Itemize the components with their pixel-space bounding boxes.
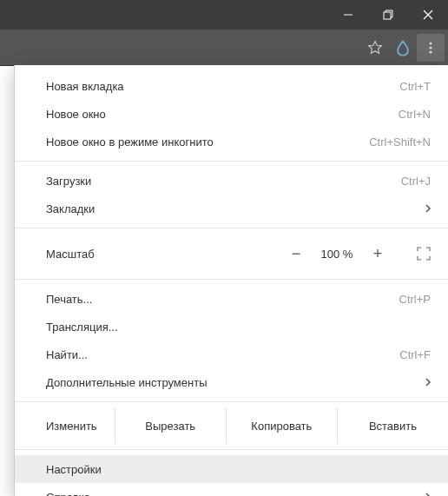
menu-item-more-tools[interactable]: Дополнительные инструменты bbox=[15, 368, 448, 396]
menu-shortcut: Ctrl+T bbox=[399, 80, 431, 93]
browser-toolbar bbox=[0, 30, 448, 66]
menu-label: Новое окно bbox=[46, 108, 106, 121]
edit-paste-button[interactable]: Вставить bbox=[337, 407, 448, 444]
menu-separator bbox=[15, 279, 448, 280]
menu-label: Новая вкладка bbox=[46, 80, 124, 93]
menu-item-help[interactable]: Справка bbox=[15, 483, 448, 496]
menu-label: Дополнительные инструменты bbox=[46, 376, 208, 389]
menu-label: Загрузки bbox=[46, 175, 91, 188]
maximize-icon bbox=[383, 10, 394, 21]
menu-label: Закладки bbox=[46, 202, 95, 215]
edit-copy-button[interactable]: Копировать bbox=[226, 407, 337, 444]
menu-label: Настройки bbox=[46, 463, 102, 476]
menu-label: Печать... bbox=[46, 293, 92, 306]
menu-label: Найти... bbox=[46, 348, 88, 361]
menu-item-downloads[interactable]: Загрузки Ctrl+J bbox=[15, 167, 448, 195]
submenu-arrow-icon bbox=[425, 493, 431, 496]
menu-separator bbox=[15, 228, 448, 228]
svg-point-4 bbox=[430, 42, 432, 44]
menu-label: Трансляция... bbox=[46, 321, 118, 334]
svg-point-5 bbox=[430, 46, 432, 49]
zoom-out-button[interactable]: − bbox=[280, 245, 313, 263]
svg-point-6 bbox=[430, 50, 432, 53]
close-icon bbox=[423, 10, 433, 20]
fullscreen-button[interactable] bbox=[413, 246, 434, 261]
menu-item-incognito[interactable]: Новое окно в режиме инкогнито Ctrl+Shift… bbox=[15, 128, 448, 155]
menu-item-find[interactable]: Найти... Ctrl+F bbox=[15, 341, 448, 368]
star-icon bbox=[367, 40, 383, 56]
menu-separator bbox=[15, 161, 448, 162]
more-menu-button[interactable] bbox=[417, 34, 445, 62]
menu-shortcut: Ctrl+J bbox=[401, 175, 431, 188]
menu-label: Масштаб bbox=[46, 248, 280, 261]
menu-shortcut: Ctrl+P bbox=[399, 293, 431, 306]
window-close-button[interactable] bbox=[408, 0, 448, 30]
svg-rect-1 bbox=[384, 12, 391, 19]
submenu-arrow-icon bbox=[425, 204, 431, 213]
menu-item-new-window[interactable]: Новое окно Ctrl+N bbox=[15, 100, 448, 128]
zoom-value: 100 % bbox=[313, 248, 361, 261]
edit-cut-button[interactable]: Вырезать bbox=[115, 407, 226, 444]
menu-separator bbox=[15, 401, 448, 402]
window-titlebar bbox=[0, 0, 448, 30]
menu-item-new-tab[interactable]: Новая вкладка Ctrl+T bbox=[15, 72, 448, 100]
menu-edit-row: Изменить Вырезать Копировать Вставить bbox=[15, 407, 448, 444]
menu-item-bookmarks[interactable]: Закладки bbox=[15, 195, 448, 222]
zoom-controls: − 100 % + bbox=[280, 245, 394, 263]
menu-item-print[interactable]: Печать... Ctrl+P bbox=[15, 285, 448, 313]
menu-item-settings[interactable]: Настройки bbox=[15, 455, 448, 483]
main-menu: Новая вкладка Ctrl+T Новое окно Ctrl+N Н… bbox=[14, 65, 448, 496]
submenu-arrow-icon bbox=[425, 378, 431, 387]
fullscreen-icon bbox=[416, 246, 432, 261]
more-vertical-icon bbox=[424, 41, 438, 55]
menu-shortcut: Ctrl+Shift+N bbox=[369, 136, 431, 149]
menu-label: Изменить bbox=[15, 407, 115, 444]
menu-separator bbox=[15, 449, 448, 450]
menu-shortcut: Ctrl+F bbox=[399, 348, 431, 361]
window-minimize-button[interactable] bbox=[328, 0, 368, 30]
menu-label: Справка bbox=[46, 491, 90, 497]
zoom-in-button[interactable]: + bbox=[361, 245, 394, 263]
menu-item-zoom: Масштаб − 100 % + bbox=[15, 234, 448, 274]
minimize-icon bbox=[343, 10, 353, 20]
window-maximize-button[interactable] bbox=[368, 0, 408, 30]
droplet-icon bbox=[394, 39, 412, 56]
menu-item-cast[interactable]: Трансляция... bbox=[15, 313, 448, 341]
extension-button[interactable] bbox=[389, 34, 417, 62]
menu-label: Новое окно в режиме инкогнито bbox=[46, 136, 214, 149]
bookmark-star-button[interactable] bbox=[361, 34, 389, 62]
menu-shortcut: Ctrl+N bbox=[399, 108, 431, 121]
